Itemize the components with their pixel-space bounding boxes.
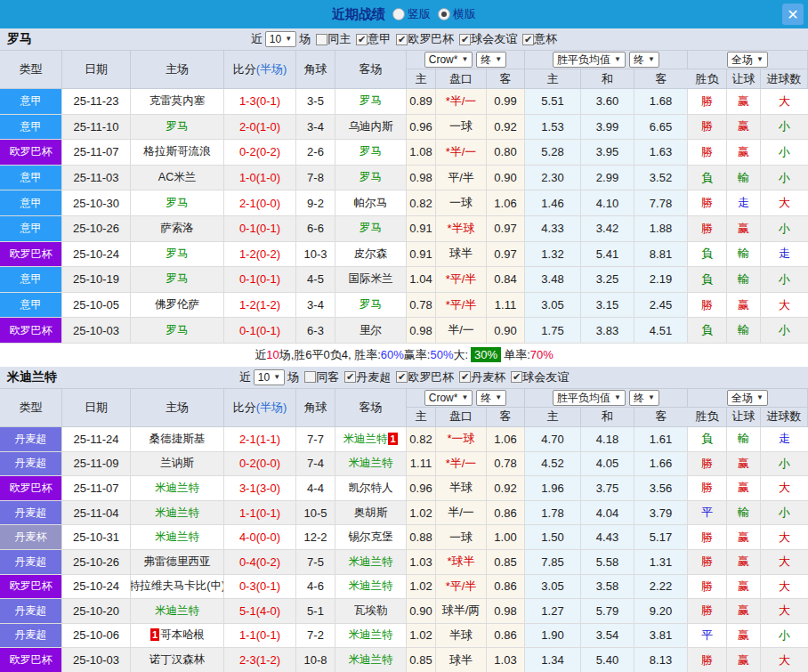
league-badge: 丹麦超 [0, 452, 62, 476]
col-away: 客场 [335, 51, 407, 88]
avg-select[interactable]: 胜平负均值 ▼ [553, 52, 626, 68]
avg-draw: 3.60 [581, 89, 634, 114]
layout-radio-horizontal[interactable]: 横版 [438, 6, 476, 22]
close-icon[interactable]: ✕ [782, 4, 804, 25]
checkbox-checked-icon[interactable] [344, 371, 356, 383]
team-name: 里尔 [360, 324, 382, 336]
scope-group: 全场 ▼ [688, 51, 808, 69]
home-team: 弗雷德里西亚 [131, 550, 224, 574]
avg-select[interactable]: 胜平负均值 ▼ [553, 390, 626, 406]
handicap-result: 赢 [727, 140, 761, 165]
away-team: 罗马 [335, 166, 407, 190]
avg-away: 2.22 [634, 575, 688, 599]
col-avg-draw: 和 [581, 69, 634, 88]
result: 負 [688, 318, 727, 343]
roma-filter-controls: 近 10 ▼ 场 同主 意甲 欧罗巴杯 球会友谊 [251, 31, 557, 47]
goals-result: 大 [761, 476, 808, 500]
checkbox-checked-icon[interactable] [396, 371, 408, 383]
table-row: 意甲25-10-05佛罗伦萨1-2(1-2)3-4罗马0.78*平/半1.113… [0, 293, 808, 319]
league-checkbox-1[interactable]: 欧罗巴杯 [396, 369, 454, 385]
team-name: 萨索洛 [160, 222, 194, 234]
avg-group: 胜平负均值 ▼ 终 ▼ [525, 51, 688, 69]
same-away-checkbox[interactable]: 同客 [304, 369, 339, 385]
checkbox-icon[interactable] [304, 371, 316, 383]
league-checkbox-2[interactable]: 丹麦杯 [459, 369, 505, 385]
avg-final-select[interactable]: 终 ▼ [629, 52, 659, 68]
home-odds: 1.02 [407, 575, 436, 599]
same-home-checkbox[interactable]: 同主 [316, 31, 351, 47]
home-team: 桑德捷斯基 [131, 427, 224, 451]
league-badge: 欧罗巴杯 [0, 575, 62, 599]
match-date: 25-10-19 [62, 267, 131, 292]
away-odds: 0.80 [487, 140, 525, 165]
over-rate-badge: 30% [471, 347, 501, 362]
checkbox-checked-icon[interactable] [522, 34, 534, 45]
goals-result: 小 [761, 452, 808, 476]
odds-company-select[interactable]: Crow* ▼ [424, 390, 473, 406]
team-name: 锡尔克堡 [349, 530, 393, 543]
odds-company-select[interactable]: Crow* ▼ [424, 52, 473, 68]
handicap-result: 赢 [727, 575, 761, 599]
checkbox-checked-icon[interactable] [356, 34, 368, 45]
away-odds: 0.78 [487, 452, 525, 476]
odds-final-select[interactable]: 终 ▼ [476, 390, 506, 406]
league-checkbox-3[interactable]: 意杯 [522, 31, 557, 47]
league-checkbox-0[interactable]: 丹麦超 [344, 369, 391, 385]
handicap: *半/一 [436, 452, 487, 476]
chevron-down-icon: ▼ [648, 392, 655, 404]
team-name: 米迪兰特 [349, 579, 393, 592]
home-odds: 1.11 [407, 452, 436, 476]
league-checkbox-3[interactable]: 球会友谊 [511, 369, 569, 385]
odds-final-value: 终 [481, 392, 491, 404]
league-badge: 丹麦超 [0, 624, 62, 648]
match-count-select[interactable]: 10 ▼ [254, 369, 285, 385]
handicap: *半/一 [436, 140, 487, 165]
league-checkbox-1[interactable]: 欧罗巴杯 [396, 31, 454, 47]
away-team: 里尔 [335, 318, 407, 343]
checkbox-icon[interactable] [316, 34, 327, 45]
avg-home: 4.70 [525, 427, 581, 451]
match-date: 25-10-31 [62, 525, 131, 549]
avg-away: 3.81 [634, 624, 688, 648]
checkbox-checked-icon[interactable] [511, 371, 522, 383]
team-name-roma: 罗马 [7, 31, 32, 47]
scope-select[interactable]: 全场 ▼ [727, 52, 768, 68]
team-name: 克雷莫内塞 [149, 94, 206, 107]
avg-home: 3.05 [525, 293, 581, 318]
match-date: 25-10-03 [62, 648, 131, 672]
team-name: 罗马 [360, 94, 382, 107]
checkbox-checked-icon[interactable] [459, 34, 471, 45]
table-row: 欧罗巴杯25-10-03罗马0-1(0-1)6-3里尔0.98半/一0.901.… [0, 318, 808, 344]
summary-text: 赢率: [404, 347, 431, 363]
checkbox-checked-icon[interactable] [396, 34, 408, 45]
team-name: 桑德捷斯基 [149, 433, 206, 445]
odds-final-select[interactable]: 终 ▼ [476, 52, 506, 68]
score: 0-1(0-1) [224, 267, 296, 292]
roma-filter-bar: 罗马 近 10 ▼ 场 同主 意甲 欧罗巴杯 球会友谊 [0, 28, 808, 51]
match-date: 25-11-24 [62, 427, 131, 451]
avg-away: 3.79 [634, 501, 688, 525]
handicap-result: 輸 [727, 166, 761, 190]
league-checkbox-0[interactable]: 意甲 [356, 31, 391, 47]
radio-selected-icon[interactable] [438, 8, 450, 20]
roma-table-header: 类型 日期 主场 比分 (半场) 角球 客场 Crow* ▼ 终 ▼ 胜平负均值… [0, 51, 808, 89]
radio-icon[interactable] [392, 8, 405, 20]
scope-group: 全场 ▼ [688, 389, 808, 408]
col-result: 胜负 [688, 69, 727, 88]
summary-text: 场,胜6平0负4, 胜率: [279, 347, 381, 363]
avg-final-value: 终 [634, 392, 644, 404]
match-count-select[interactable]: 10 ▼ [265, 31, 296, 47]
scope-select[interactable]: 全场 ▼ [727, 390, 768, 406]
away-team: 米迪兰特 [335, 452, 407, 476]
handicap: 一球 [436, 525, 487, 549]
checkbox-checked-icon[interactable] [459, 371, 471, 383]
league-checkbox-2[interactable]: 球会友谊 [459, 31, 517, 47]
away-team: 米迪兰特1 [335, 427, 407, 451]
table-row: 意甲25-10-30罗马2-1(0-0)9-2帕尔马0.82一球1.061.46… [0, 190, 808, 216]
avg-final-select[interactable]: 终 ▼ [629, 390, 659, 406]
home-team: 罗马 [131, 318, 224, 343]
corners: 4-4 [296, 476, 335, 500]
layout-radio-vertical[interactable]: 竖版 [392, 6, 431, 22]
rank-badge: 1 [388, 433, 397, 445]
handicap-result: 輸 [727, 427, 761, 451]
